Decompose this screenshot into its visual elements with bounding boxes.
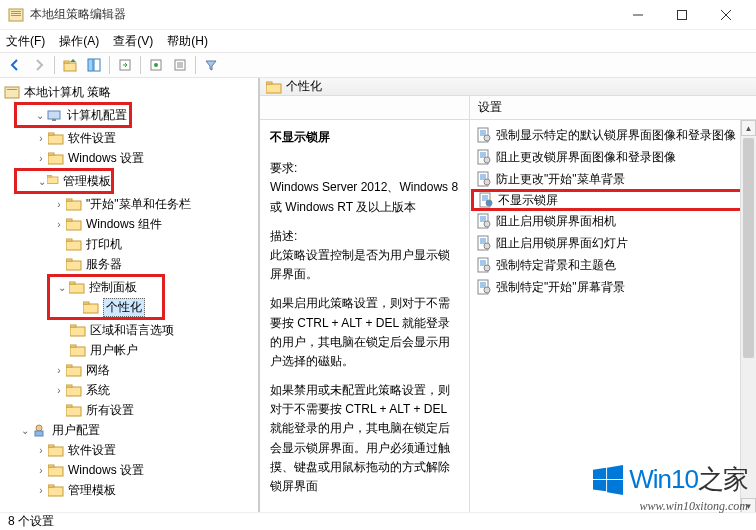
chevron-right-icon[interactable]: › — [52, 197, 66, 211]
chevron-right-icon[interactable]: › — [52, 383, 66, 397]
svg-rect-31 — [66, 221, 81, 230]
tree-all-settings[interactable]: 所有设置 — [2, 400, 258, 420]
chevron-right-icon[interactable]: › — [34, 151, 48, 165]
tree-user-admin-templates[interactable]: ›管理模板 — [2, 480, 258, 500]
svg-rect-19 — [5, 87, 19, 98]
tree-personalization[interactable]: 个性化 — [50, 297, 162, 317]
list-item[interactable]: 防止更改"开始"菜单背景 — [472, 168, 754, 190]
svg-point-70 — [484, 157, 490, 163]
tree-network[interactable]: ›网络 — [2, 360, 258, 380]
list-item[interactable]: 阻止更改锁屏界面图像和登录图像 — [472, 146, 754, 168]
menu-view[interactable]: 查看(V) — [113, 33, 153, 50]
svg-rect-55 — [48, 467, 63, 476]
tree-computer-config[interactable]: ⌄ 计算机配置 — [17, 105, 129, 125]
tree-user-software-settings[interactable]: ›软件设置 — [2, 440, 258, 460]
tree-control-panel[interactable]: ⌄控制面板 — [50, 277, 162, 297]
svg-rect-45 — [66, 367, 81, 376]
forward-button[interactable] — [28, 54, 50, 76]
main-area: 本地计算机 策略 ⌄ 计算机配置 ›软件设置 ›Windows 设置 ⌄管理模板… — [0, 78, 756, 513]
svg-rect-40 — [83, 302, 89, 304]
menu-action[interactable]: 操作(A) — [59, 33, 99, 50]
menu-help[interactable]: 帮助(H) — [167, 33, 208, 50]
refresh-button[interactable] — [145, 54, 167, 76]
svg-rect-42 — [70, 325, 76, 327]
close-button[interactable] — [704, 1, 748, 29]
chevron-right-icon[interactable]: › — [34, 131, 48, 145]
list-item[interactable]: 强制显示特定的默认锁屏界面图像和登录图像 — [472, 124, 754, 146]
chevron-right-icon[interactable]: › — [52, 363, 66, 377]
tree-user-accounts[interactable]: 用户帐户 — [2, 340, 258, 360]
detail-header — [260, 96, 469, 120]
list-header[interactable]: 设置 — [470, 96, 756, 120]
chevron-right-icon[interactable]: › — [52, 217, 66, 231]
menu-file[interactable]: 文件(F) — [6, 33, 45, 50]
list-item[interactable]: 强制特定"开始"屏幕背景 — [472, 276, 754, 298]
svg-rect-43 — [70, 347, 85, 356]
up-button[interactable] — [59, 54, 81, 76]
chevron-right-icon[interactable]: › — [34, 443, 48, 457]
svg-rect-30 — [66, 199, 72, 201]
window-controls — [616, 1, 748, 29]
tree-printers[interactable]: 打印机 — [2, 234, 258, 254]
tree-user-config[interactable]: ⌄用户配置 — [2, 420, 258, 440]
tree-pane[interactable]: 本地计算机 策略 ⌄ 计算机配置 ›软件设置 ›Windows 设置 ⌄管理模板… — [0, 78, 260, 513]
minimize-button[interactable] — [616, 1, 660, 29]
export-button[interactable] — [114, 54, 136, 76]
pane-header: 个性化 — [260, 78, 756, 96]
svg-point-100 — [484, 287, 490, 293]
chevron-right-icon[interactable]: › — [34, 463, 48, 477]
filter-button[interactable] — [200, 54, 222, 76]
tree-servers[interactable]: 服务器 — [2, 254, 258, 274]
settings-list-pane: 设置 强制显示特定的默认锁屏界面图像和登录图像阻止更改锁屏界面图像和登录图像防止… — [470, 96, 756, 514]
show-hide-button[interactable] — [83, 54, 105, 76]
back-button[interactable] — [4, 54, 26, 76]
svg-rect-47 — [66, 387, 81, 396]
tree-root[interactable]: 本地计算机 策略 — [2, 82, 258, 102]
svg-rect-26 — [48, 153, 54, 155]
svg-rect-37 — [69, 284, 84, 293]
pane-title: 个性化 — [286, 78, 322, 95]
vertical-scrollbar[interactable]: ▲ ▼ — [740, 120, 756, 514]
svg-rect-3 — [11, 15, 21, 16]
tree-admin-templates[interactable]: ⌄管理模板 — [17, 171, 111, 191]
policy-icon — [476, 127, 492, 143]
policy-icon — [476, 171, 492, 187]
policy-icon — [476, 149, 492, 165]
svg-point-51 — [36, 425, 42, 431]
chevron-down-icon[interactable]: ⌄ — [18, 423, 32, 437]
tree-region-lang[interactable]: 区域和语言选项 — [2, 320, 258, 340]
scroll-thumb[interactable] — [743, 138, 754, 358]
maximize-button[interactable] — [660, 1, 704, 29]
app-icon — [8, 7, 24, 23]
list-item-label: 不显示锁屏 — [498, 192, 558, 209]
settings-list[interactable]: 强制显示特定的默认锁屏界面图像和登录图像阻止更改锁屏界面图像和登录图像防止更改"… — [470, 120, 756, 514]
tree-user-windows-settings[interactable]: ›Windows 设置 — [2, 460, 258, 480]
list-item[interactable]: 阻止启用锁屏界面幻灯片 — [472, 232, 754, 254]
svg-rect-48 — [66, 385, 72, 387]
list-item-label: 强制特定背景和主题色 — [496, 257, 616, 274]
chevron-down-icon[interactable]: ⌄ — [33, 108, 47, 122]
svg-rect-21 — [48, 111, 60, 119]
tree-software-settings[interactable]: ›软件设置 — [2, 128, 258, 148]
titlebar: 本地组策略编辑器 — [0, 0, 756, 30]
svg-point-90 — [484, 243, 490, 249]
list-item[interactable]: 强制特定背景和主题色 — [472, 254, 754, 276]
svg-rect-20 — [7, 89, 17, 90]
svg-rect-41 — [70, 327, 85, 336]
policy-icon — [476, 235, 492, 251]
list-item[interactable]: 不显示锁屏 — [471, 189, 755, 211]
chevron-down-icon[interactable]: ⌄ — [37, 174, 47, 188]
svg-point-75 — [484, 179, 490, 185]
tree-system[interactable]: ›系统 — [2, 380, 258, 400]
svg-rect-2 — [11, 13, 21, 14]
list-item[interactable]: 阻止启用锁屏界面相机 — [472, 210, 754, 232]
chevron-right-icon[interactable]: › — [34, 483, 48, 497]
properties-button[interactable] — [169, 54, 191, 76]
tree-win-components[interactable]: ›Windows 组件 — [2, 214, 258, 234]
scroll-up-button[interactable]: ▲ — [741, 120, 756, 136]
tree-windows-settings[interactable]: ›Windows 设置 — [2, 148, 258, 168]
chevron-down-icon[interactable]: ⌄ — [55, 280, 69, 294]
svg-rect-52 — [35, 431, 43, 436]
svg-rect-10 — [88, 59, 93, 71]
tree-start-menu[interactable]: ›"开始"菜单和任务栏 — [2, 194, 258, 214]
